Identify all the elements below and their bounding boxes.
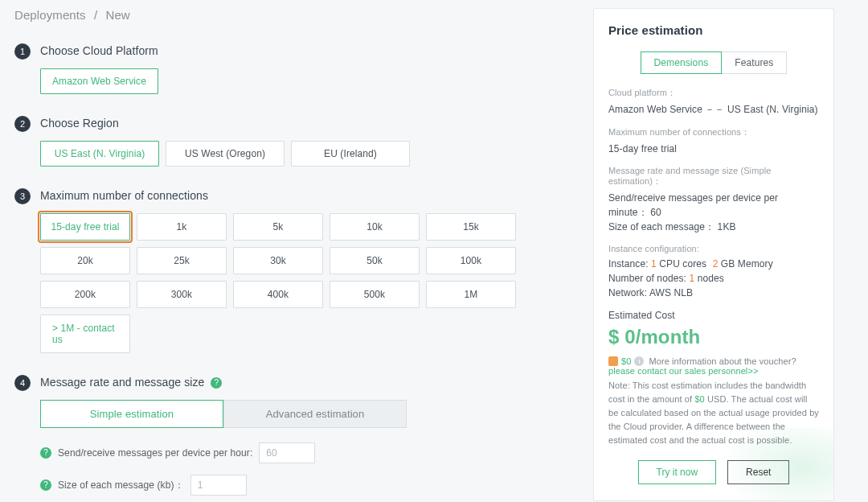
instcfg-value: Instance: 1 CPU cores 2 GB Memory Number… — [608, 257, 819, 300]
step-4-number: 4 — [14, 375, 31, 391]
voucher-info: More information about the voucher? — [649, 356, 796, 366]
conn-trial[interactable]: 15-day free trial — [40, 213, 130, 241]
size-input[interactable] — [190, 475, 247, 496]
step-2-title: Choose Region — [40, 117, 577, 130]
conn-5k[interactable]: 5k — [233, 213, 323, 241]
breadcrumb-root[interactable]: Deployments — [14, 8, 86, 22]
conn-200k[interactable]: 200k — [40, 281, 130, 308]
maxconn-key: Maximum number of connections： — [608, 126, 819, 138]
cost-value: $ 0/month — [608, 326, 819, 348]
tab-features[interactable]: Features — [722, 51, 787, 74]
conn-300k[interactable]: 300k — [137, 281, 227, 308]
voucher-link[interactable]: please contact our sales personnel>> — [608, 366, 758, 376]
step-1-number: 1 — [14, 43, 31, 60]
info-icon[interactable]: i — [634, 356, 644, 366]
hint-icon[interactable]: ? — [40, 479, 51, 491]
try-button[interactable]: Try it now — [638, 460, 717, 484]
conn-1k[interactable]: 1k — [137, 213, 227, 241]
tab-advanced-estimation[interactable]: Advanced estimation — [223, 400, 407, 428]
size-label: Size of each message (kb)： — [58, 479, 184, 492]
conn-15k[interactable]: 15k — [426, 213, 516, 241]
voucher-icon — [608, 356, 618, 366]
step-3-title: Maximum number of connections — [40, 189, 577, 202]
region-us-east[interactable]: US East (N. Virginia) — [40, 141, 159, 167]
breadcrumb: Deployments / New — [14, 8, 577, 22]
conn-50k[interactable]: 50k — [330, 247, 420, 274]
step-3-number: 3 — [14, 188, 31, 204]
tab-dimensions[interactable]: Demensions — [641, 51, 723, 74]
panel-title: Price estimation — [608, 23, 819, 37]
cost-label: Estimated Cost — [608, 310, 819, 321]
price-panel: Price estimation Demensions Features Clo… — [593, 8, 834, 501]
msgrate-key: Message rate and message size (Simple es… — [608, 166, 819, 187]
maxconn-value: 15-day free trial — [608, 142, 819, 156]
conn-1m[interactable]: 1M — [426, 281, 516, 308]
cost-note: Note: This cost estimation includes the … — [608, 379, 819, 447]
messages-input[interactable] — [259, 442, 315, 463]
conn-25k[interactable]: 25k — [137, 247, 227, 274]
msgrate-value: Send/receive messages per device per min… — [608, 191, 819, 234]
conn-20k[interactable]: 20k — [40, 247, 130, 274]
tab-simple-estimation[interactable]: Simple estimation — [40, 400, 223, 428]
instcfg-key: Instance configuration: — [608, 244, 819, 253]
breadcrumb-sep: / — [94, 8, 97, 22]
breadcrumb-current: New — [105, 8, 129, 22]
conn-contact[interactable]: > 1M - contact us — [40, 315, 130, 353]
cloud-option-aws[interactable]: Amazon Web Service — [40, 68, 158, 94]
conn-10k[interactable]: 10k — [330, 213, 420, 241]
conn-400k[interactable]: 400k — [233, 281, 323, 308]
hint-icon[interactable]: ? — [40, 447, 51, 459]
reset-button[interactable]: Reset — [727, 460, 789, 484]
voucher-amount: $0 — [621, 356, 631, 366]
conn-500k[interactable]: 500k — [330, 281, 420, 308]
step-2-number: 2 — [14, 116, 31, 132]
conn-100k[interactable]: 100k — [426, 247, 516, 274]
step-4-title: Message rate and message size ? — [40, 376, 577, 389]
region-eu[interactable]: EU (Ireland) — [291, 141, 410, 167]
region-us-west[interactable]: US West (Oregon) — [166, 141, 285, 167]
step-1-title: Choose Cloud Platform — [40, 44, 577, 57]
platform-value: Amazon Web Service －－ US East (N. Virgin… — [608, 102, 819, 117]
conn-30k[interactable]: 30k — [233, 247, 323, 274]
platform-key: Cloud platform： — [608, 87, 819, 99]
messages-label: Send/receive messages per device per hou… — [58, 447, 252, 459]
help-icon[interactable]: ? — [211, 377, 222, 389]
